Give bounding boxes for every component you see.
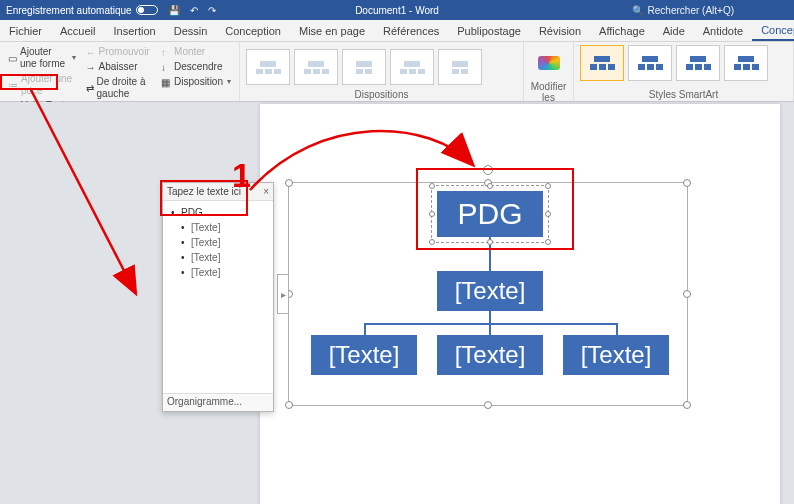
- tab-antidote[interactable]: Antidote: [694, 22, 752, 40]
- style-thumb[interactable]: [628, 45, 672, 81]
- org-node-child[interactable]: [Texte]: [311, 335, 417, 375]
- ribbon-tabs: Fichier Accueil Insertion Dessin Concept…: [0, 20, 794, 42]
- bullet-icon: ≔: [8, 80, 18, 90]
- editing-surface: ▸ PDG [Texte] [Texte] [Texte] [Texte] Ta…: [0, 102, 794, 504]
- document-title: Document1 - Word: [355, 5, 439, 16]
- tab-aide[interactable]: Aide: [654, 22, 694, 40]
- tab-revision[interactable]: Révision: [530, 22, 590, 40]
- demote-button[interactable]: →Abaisser: [84, 60, 154, 74]
- layout-icon: ▦: [161, 77, 171, 87]
- move-up-button: ↑Monter: [159, 45, 233, 59]
- text-pane-item[interactable]: [Texte]: [181, 265, 265, 280]
- layout-button[interactable]: ▦Disposition▾: [159, 75, 233, 89]
- ribbon-group-create: ▭Ajouter une forme▾ ≔Ajouter une puce ▤V…: [0, 42, 240, 101]
- promote-icon: ←: [86, 47, 96, 57]
- title-bar: Enregistrement automatique 💾 ↶ ↷ Documen…: [0, 0, 794, 20]
- text-pane-header: Tapez le texte ici ×: [163, 183, 273, 201]
- promote-button: ←Promouvoir: [84, 45, 154, 59]
- text-pane-item[interactable]: [Texte]: [181, 235, 265, 250]
- chevron-down-icon: ▾: [227, 76, 231, 88]
- connector: [364, 323, 618, 325]
- style-thumb[interactable]: [580, 45, 624, 81]
- autosave-toggle[interactable]: Enregistrement automatique: [0, 5, 158, 16]
- group-label-styles: Styles SmartArt: [580, 89, 787, 100]
- search-icon: 🔍: [632, 5, 644, 16]
- style-thumb[interactable]: [676, 45, 720, 81]
- org-node-mid[interactable]: [Texte]: [437, 271, 543, 311]
- ribbon: ▭Ajouter une forme▾ ≔Ajouter une puce ▤V…: [0, 42, 794, 102]
- layout-thumb[interactable]: [246, 49, 290, 85]
- ribbon-group-styles: Styles SmartArt: [574, 42, 794, 101]
- down-icon: ↓: [161, 62, 171, 72]
- smartart-canvas[interactable]: ▸ PDG [Texte] [Texte] [Texte] [Texte]: [288, 182, 688, 406]
- layout-thumb[interactable]: [438, 49, 482, 85]
- tab-publipostage[interactable]: Publipostage: [448, 22, 530, 40]
- tab-conception[interactable]: Conception: [216, 22, 290, 40]
- save-icon[interactable]: 💾: [168, 5, 180, 16]
- text-pane-title: Tapez le texte ici: [167, 186, 241, 197]
- connector: [364, 323, 366, 335]
- layout-thumb[interactable]: [294, 49, 338, 85]
- ribbon-group-colors: Modifier les couleurs: [524, 42, 574, 101]
- connector: [489, 311, 491, 323]
- search-placeholder: Rechercher (Alt+Q): [648, 5, 734, 16]
- rtl-icon: ⇄: [86, 83, 94, 93]
- tab-dessin[interactable]: Dessin: [165, 22, 217, 40]
- redo-icon[interactable]: ↷: [208, 5, 216, 16]
- add-bullet-button: ≔Ajouter une puce: [6, 72, 78, 98]
- toggle-icon: [136, 5, 158, 15]
- up-icon: ↑: [161, 47, 171, 57]
- resize-handle[interactable]: [285, 179, 293, 187]
- color-wheel-icon: [538, 56, 560, 70]
- org-node-top[interactable]: PDG: [437, 191, 543, 237]
- text-pane-item[interactable]: PDG: [171, 205, 265, 220]
- chevron-down-icon: ▾: [72, 52, 76, 64]
- tab-fichier[interactable]: Fichier: [0, 22, 51, 40]
- layout-thumb[interactable]: [342, 49, 386, 85]
- resize-handle[interactable]: [683, 401, 691, 409]
- tab-references[interactable]: Références: [374, 22, 448, 40]
- text-pane[interactable]: Tapez le texte ici × PDG [Texte] [Texte]…: [162, 182, 274, 412]
- text-pane-footer: Organigramme...: [163, 393, 273, 411]
- rotate-handle[interactable]: [483, 165, 493, 175]
- resize-handle[interactable]: [285, 401, 293, 409]
- org-node-child[interactable]: [Texte]: [437, 335, 543, 375]
- ribbon-group-layouts: Dispositions: [240, 42, 524, 101]
- rtl-button[interactable]: ⇄De droite à gauche: [84, 75, 154, 101]
- connector: [616, 323, 618, 335]
- tab-affichage[interactable]: Affichage: [590, 22, 654, 40]
- resize-handle[interactable]: [683, 290, 691, 298]
- text-pane-expander[interactable]: ▸: [277, 274, 289, 314]
- style-thumb[interactable]: [724, 45, 768, 81]
- close-icon[interactable]: ×: [263, 186, 269, 197]
- resize-handle[interactable]: [484, 401, 492, 409]
- move-down-button[interactable]: ↓Descendre: [159, 60, 233, 74]
- resize-handle[interactable]: [683, 179, 691, 187]
- add-shape-icon: ▭: [8, 53, 17, 63]
- quick-access-toolbar: 💾 ↶ ↷: [168, 5, 216, 16]
- add-shape-button[interactable]: ▭Ajouter une forme▾: [6, 45, 78, 71]
- tab-mise-en-page[interactable]: Mise en page: [290, 22, 374, 40]
- layout-thumb[interactable]: [390, 49, 434, 85]
- demote-icon: →: [86, 62, 96, 72]
- text-pane-list[interactable]: PDG [Texte] [Texte] [Texte] [Texte]: [163, 201, 273, 284]
- text-pane-item[interactable]: [Texte]: [181, 220, 265, 235]
- svg-line-1: [30, 88, 135, 292]
- search-box[interactable]: 🔍 Rechercher (Alt+Q): [632, 5, 734, 16]
- tab-accueil[interactable]: Accueil: [51, 22, 104, 40]
- text-pane-item[interactable]: [Texte]: [181, 250, 265, 265]
- change-colors-button[interactable]: [530, 45, 567, 81]
- group-label-layouts: Dispositions: [246, 89, 517, 100]
- undo-icon[interactable]: ↶: [190, 5, 198, 16]
- connector: [489, 323, 491, 335]
- tab-smartart-design[interactable]: Conception de SmartArt: [752, 21, 794, 41]
- org-node-child[interactable]: [Texte]: [563, 335, 669, 375]
- tab-insertion[interactable]: Insertion: [104, 22, 164, 40]
- autosave-label: Enregistrement automatique: [6, 5, 132, 16]
